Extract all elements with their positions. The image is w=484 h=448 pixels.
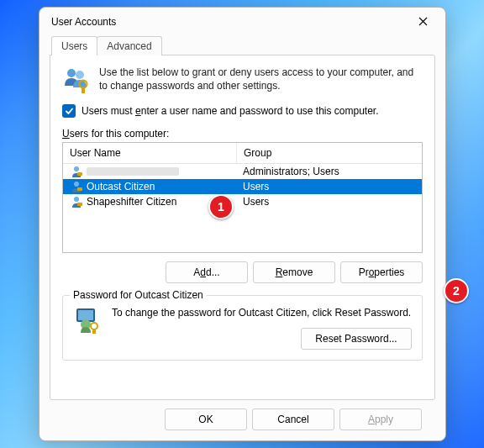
svg-point-0	[67, 69, 76, 77]
password-groupbox-title: Password for Outcast Citizen	[70, 289, 207, 301]
users-list-label: Users for this computer:	[62, 128, 423, 140]
require-password-label: Users must enter a user name and passwor…	[82, 105, 379, 117]
checkbox-checked-icon	[62, 104, 76, 118]
listview-header: User Name Group	[63, 143, 422, 164]
user-action-buttons: Add... Remove Properties	[62, 261, 423, 283]
require-password-checkbox[interactable]: Users must enter a user name and passwor…	[62, 104, 423, 118]
dialog-buttons: OK Cancel Apply	[50, 400, 435, 430]
callout-2: 2	[444, 278, 469, 303]
callout-1: 1	[208, 194, 234, 219]
password-help-text: To change the password for Outcast Citiz…	[112, 306, 412, 319]
titlebar: User Accounts	[39, 8, 445, 35]
window-title: User Accounts	[51, 16, 407, 28]
tab-users[interactable]: Users	[51, 36, 97, 55]
svg-rect-11	[78, 310, 93, 320]
users-keys-icon	[62, 66, 91, 94]
cell-group: Users	[236, 195, 422, 208]
user-key-icon	[73, 306, 102, 335]
cell-username: Outcast Citizen	[63, 179, 236, 194]
intro-text: Use the list below to grant or deny user…	[99, 66, 423, 94]
cell-username	[63, 164, 236, 179]
cancel-button[interactable]: Cancel	[252, 408, 334, 430]
user-accounts-dialog: User Accounts Users Advanced Use the lis…	[39, 7, 446, 441]
svg-point-6	[74, 182, 79, 187]
tab-panel-users: Use the list below to grant or deny user…	[50, 55, 435, 400]
table-row[interactable]: Outcast CitizenUsers	[63, 179, 422, 194]
cell-group: Administrators; Users	[236, 165, 422, 178]
apply-button[interactable]: Apply	[339, 408, 422, 430]
svg-point-4	[74, 166, 79, 171]
column-group[interactable]: Group	[237, 143, 422, 163]
user-icon	[70, 165, 83, 178]
reset-password-button[interactable]: Reset Password...	[301, 328, 412, 350]
svg-rect-7	[77, 187, 82, 191]
tab-strip: Users Advanced	[50, 36, 435, 55]
tab-advanced[interactable]: Advanced	[97, 36, 161, 55]
cell-group: Users	[236, 180, 422, 193]
svg-point-8	[74, 197, 79, 202]
users-listview[interactable]: User Name Group Administrators; UsersOut…	[62, 142, 423, 253]
svg-point-1	[76, 71, 84, 79]
close-button[interactable]	[407, 10, 439, 34]
listview-body: Administrators; UsersOutcast CitizenUser…	[63, 164, 422, 252]
table-row[interactable]: Shapeshifter CitizenUsers	[63, 194, 422, 209]
svg-rect-5	[77, 172, 82, 176]
user-icon	[70, 180, 83, 193]
add-button[interactable]: Add...	[166, 261, 248, 283]
svg-rect-9	[77, 203, 82, 206]
ok-button[interactable]: OK	[165, 408, 247, 430]
properties-button[interactable]: Properties	[340, 261, 423, 283]
svg-point-13	[91, 323, 97, 329]
column-username[interactable]: User Name	[63, 143, 237, 163]
user-icon	[70, 195, 83, 208]
svg-rect-3	[82, 87, 85, 93]
close-icon	[418, 17, 428, 26]
remove-button[interactable]: Remove	[253, 261, 335, 283]
intro-row: Use the list below to grant or deny user…	[62, 66, 423, 94]
table-row[interactable]: Administrators; Users	[63, 164, 422, 179]
password-groupbox: Password for Outcast Citizen To change t…	[62, 295, 423, 361]
svg-rect-14	[92, 329, 96, 334]
